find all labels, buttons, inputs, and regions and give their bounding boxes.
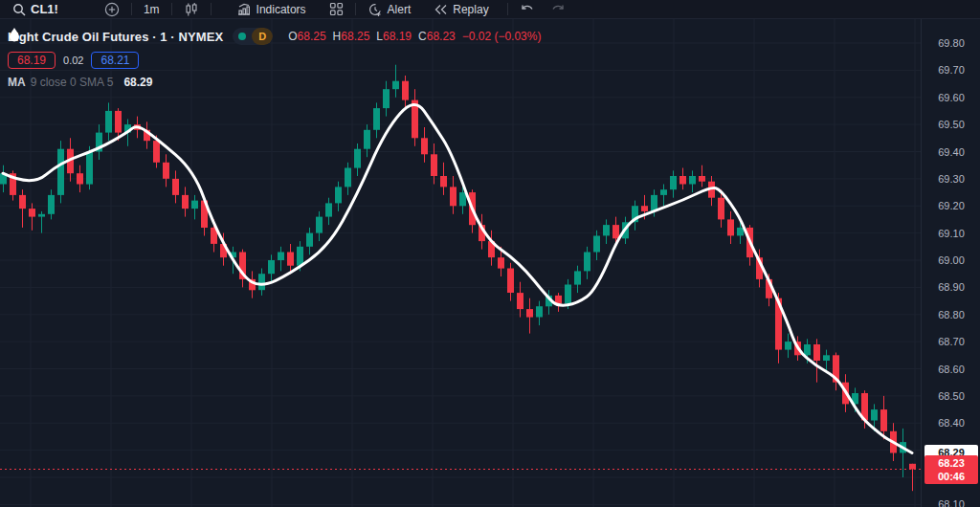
- layout-grid-icon: [329, 2, 344, 16]
- compare-add-symbol-button[interactable]: [98, 0, 126, 19]
- candlestick-icon: [184, 2, 199, 17]
- spread-value: 0.02: [63, 55, 83, 66]
- replay-button[interactable]: Replay: [427, 0, 495, 19]
- toolbar-divider: [507, 3, 508, 15]
- market-open-dot: [238, 33, 246, 40]
- price-tick: 68.40: [922, 417, 980, 429]
- delayed-data-badge: D: [252, 28, 273, 45]
- redo-icon: [550, 3, 566, 16]
- price-tick: 69.60: [922, 92, 980, 103]
- last-price-value: 68.23: [924, 456, 978, 470]
- price-tick: 68.70: [922, 336, 980, 347]
- price-scale[interactable]: 69.8069.7069.6069.5069.4069.3069.2069.10…: [921, 19, 980, 507]
- symbol-title[interactable]: Light Crude Oil Futures · 1 · NYMEX: [8, 30, 223, 44]
- toolbar-divider: [355, 3, 356, 15]
- ohlc-values: O68.25 H68.25 L68.19 C68.23 −0.02 (−0.03…: [288, 30, 541, 43]
- price-tick: 69.20: [922, 200, 980, 211]
- price-tick: 68.60: [922, 364, 980, 375]
- oil-drop-icon: [8, 27, 21, 42]
- close-value: 68.23: [427, 30, 456, 43]
- low-value: 68.19: [383, 30, 412, 43]
- ma-indicator-params: 9 close 0 SMA 5: [31, 76, 114, 89]
- plus-circle-icon: [104, 2, 120, 17]
- price-tick: 68.50: [922, 390, 980, 402]
- change-value: −0.02 (−0.03%): [462, 30, 542, 43]
- chart-type-button[interactable]: [177, 0, 206, 19]
- alert-label: Alert: [388, 3, 412, 16]
- interval-label: 1m: [144, 3, 160, 16]
- open-label: O: [288, 30, 297, 43]
- undo-button[interactable]: [513, 0, 542, 19]
- open-value: 68.25: [298, 30, 326, 43]
- toolbar-divider: [211, 3, 212, 15]
- toolbar-divider: [131, 3, 132, 15]
- close-label: C: [418, 30, 427, 43]
- indicators-button[interactable]: Indicators: [230, 0, 313, 19]
- price-tick: 69.30: [922, 173, 980, 185]
- search-icon: [12, 3, 26, 16]
- price-tick: 69.80: [922, 37, 980, 49]
- bar-countdown: 00:46: [924, 470, 978, 483]
- price-tick: 69.10: [922, 228, 980, 239]
- top-toolbar: CL1! 1m Indicators: [0, 0, 980, 19]
- alert-button[interactable]: Alert: [361, 0, 418, 19]
- price-tick: 68.90: [922, 281, 980, 293]
- symbol-search-button[interactable]: CL1!: [6, 0, 65, 19]
- grid-lines: [0, 19, 921, 507]
- interval-button[interactable]: 1m: [137, 0, 167, 19]
- tradingview-chart-app: CL1! 1m Indicators: [0, 0, 980, 507]
- price-tick: 68.10: [922, 498, 980, 507]
- sell-price-button[interactable]: 68.19: [8, 52, 56, 69]
- high-label: H: [333, 30, 342, 43]
- replay-label: Replay: [453, 3, 488, 16]
- price-tick: 69.70: [922, 64, 980, 76]
- price-tick: 69.50: [922, 119, 980, 130]
- price-tick: 69.00: [922, 254, 980, 266]
- toolbar-divider: [171, 3, 172, 15]
- price-tick: 68.80: [922, 309, 980, 320]
- price-tick: 69.40: [922, 146, 980, 158]
- alert-clock-icon: [368, 2, 383, 17]
- redo-button[interactable]: [544, 0, 572, 19]
- chart-pane[interactable]: Light Crude Oil Futures · 1 · NYMEX D O6…: [0, 19, 921, 507]
- low-label: L: [376, 30, 383, 43]
- layout-grid-button[interactable]: [323, 0, 350, 19]
- ma-indicator-legend[interactable]: MA 9 close 0 SMA 5 68.29: [8, 76, 541, 89]
- ma-indicator-name: MA: [8, 76, 26, 89]
- price-chart-canvas[interactable]: [0, 19, 921, 507]
- indicators-icon: [236, 2, 252, 17]
- high-value: 68.25: [341, 30, 369, 43]
- chart-legend: Light Crude Oil Futures · 1 · NYMEX D O6…: [8, 27, 541, 89]
- last-price-axis-label: 68.23 00:46: [924, 455, 978, 484]
- ma-line: [3, 105, 912, 453]
- symbol-label: CL1!: [31, 2, 58, 16]
- undo-icon: [520, 3, 535, 16]
- indicators-label: Indicators: [256, 3, 306, 16]
- candles-layer: [0, 65, 916, 492]
- chart-wrap: Light Crude Oil Futures · 1 · NYMEX D O6…: [0, 19, 980, 507]
- market-status-pill[interactable]: D: [233, 28, 273, 45]
- ma-indicator-value: 68.29: [123, 76, 152, 89]
- buy-price-button[interactable]: 68.21: [91, 52, 139, 69]
- replay-icon: [434, 3, 448, 16]
